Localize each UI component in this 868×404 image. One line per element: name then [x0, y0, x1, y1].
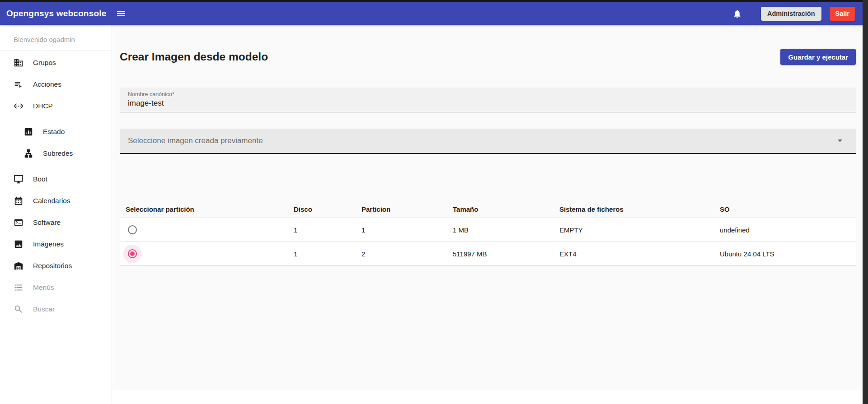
sidebar-item-imagenes[interactable]: Imágenes: [0, 233, 112, 255]
main-content: Crear Imagen desde modelo Guardar y ejec…: [112, 25, 868, 390]
sidebar-item-label: Buscar: [33, 305, 55, 313]
image-select[interactable]: Seleccione imagen creada previamente: [120, 129, 856, 154]
sidebar-item-label: Software: [33, 218, 61, 227]
table-row: 12511997 MBEXT4Ubuntu 24.04 LTS: [120, 242, 856, 266]
bar-chart-icon: [23, 127, 33, 137]
notifications-bell-icon[interactable]: [732, 9, 742, 19]
playlist-icon: [14, 79, 23, 89]
sidebar-item-calendarios[interactable]: Calendarios: [0, 190, 112, 212]
hamburger-menu-icon[interactable]: [116, 8, 127, 19]
sidebar-item-dhcp[interactable]: DHCP: [0, 95, 112, 117]
save-and-run-button[interactable]: Guardar y ejecutar: [780, 49, 856, 65]
sidebar-item-label: DHCP: [33, 102, 53, 110]
cell-particion: 2: [356, 250, 447, 258]
cell-disco: 1: [288, 250, 356, 258]
cell-so: Ubuntu 24.04 LTS: [714, 250, 856, 258]
sidebar-item-label: Calendarios: [33, 197, 70, 205]
sidebar-item-subredes[interactable]: Subredes: [0, 143, 112, 164]
sidebar-item-label: Acciones: [33, 80, 61, 88]
partition-radio-selected[interactable]: [128, 249, 137, 258]
image-icon: [14, 239, 23, 249]
ethernet-icon: [14, 101, 23, 111]
sidebar-item-label: Menús: [33, 283, 54, 292]
sidebar-item-menus[interactable]: Menús: [0, 277, 112, 298]
network-tree-icon: [23, 149, 33, 158]
logout-button[interactable]: Salir: [830, 7, 855, 21]
table-row: 111 MBEMPTYundefined: [120, 218, 856, 242]
radio-halo: [123, 221, 141, 239]
canonical-name-field[interactable]: Nombre canónico*: [120, 88, 856, 112]
partition-table-header: Seleccionar partición Disco Particion Ta…: [120, 201, 856, 218]
col-header-sistema-ficheros: Sistema de ficheros: [554, 205, 714, 213]
sidebar-item-label: Repositorios: [33, 262, 72, 270]
topbar-left: Opengnsys webconsole: [6, 8, 127, 19]
window-top-edge: [0, 0, 868, 2]
sidebar: Bienvenido ogadmin GruposAccionesDHCPEst…: [0, 25, 112, 404]
sidebar-item-label: Estado: [43, 128, 65, 136]
cell-so: undefined: [714, 226, 856, 234]
cell-sistema-ficheros: EXT4: [554, 250, 714, 258]
sidebar-item-label: Grupos: [33, 59, 56, 67]
partition-select-cell: [120, 245, 288, 263]
topbar: Opengnsys webconsole Administración Sali…: [0, 2, 868, 25]
sidebar-item-label: Subredes: [43, 149, 73, 158]
page-title: Crear Imagen desde modelo: [120, 51, 268, 63]
sidebar-item-acciones[interactable]: Acciones: [0, 74, 112, 95]
cell-sistema-ficheros: EMPTY: [554, 226, 714, 234]
col-header-so: SO: [714, 205, 856, 213]
partition-table-body: 111 MBEMPTYundefined12511997 MBEXT4Ubunt…: [120, 218, 856, 266]
col-header-seleccionar-particion: Seleccionar partición: [120, 205, 288, 213]
partition-table: Seleccionar partición Disco Particion Ta…: [120, 201, 856, 266]
terminal-icon: [14, 218, 23, 228]
sidebar-item-repositorios[interactable]: Repositorios: [0, 255, 112, 277]
sidebar-item-boot[interactable]: Boot: [0, 168, 112, 190]
sidebar-item-estado[interactable]: Estado: [0, 121, 112, 143]
monitor-icon: [14, 174, 23, 184]
sidebar-item-label: Boot: [33, 175, 47, 183]
cell-particion: 1: [356, 226, 447, 234]
canonical-name-label: Nombre canónico*: [128, 91, 848, 98]
calendar-icon: [14, 196, 23, 206]
cell-tamano: 511997 MB: [447, 250, 554, 258]
page-header-row: Crear Imagen desde modelo Guardar y ejec…: [120, 49, 856, 65]
image-select-placeholder: Seleccione imagen creada previamente: [128, 136, 263, 145]
canonical-name-input[interactable]: [128, 99, 848, 108]
buildings-icon: [14, 58, 23, 68]
sidebar-item-label: Imágenes: [33, 240, 64, 248]
sidebar-item-grupos[interactable]: Grupos: [0, 52, 112, 74]
chevron-down-icon: [838, 139, 842, 142]
app-window: Opengnsys webconsole Administración Sali…: [0, 0, 868, 404]
radio-halo: [123, 245, 141, 263]
partition-radio-unselected[interactable]: [128, 225, 137, 234]
topbar-right: Administración Salir: [732, 7, 855, 21]
admin-button[interactable]: Administración: [761, 7, 821, 21]
cell-disco: 1: [288, 226, 356, 234]
partition-select-cell: [120, 221, 288, 239]
sidebar-item-software[interactable]: Software: [0, 212, 112, 233]
warehouse-icon: [14, 261, 23, 271]
sidebar-item-buscar[interactable]: Buscar: [0, 298, 112, 320]
cell-tamano: 1 MB: [447, 226, 554, 234]
col-header-disco: Disco: [288, 205, 356, 213]
list-icon: [14, 283, 23, 293]
window-scrollbar[interactable]: [863, 0, 868, 404]
welcome-text: Bienvenido ogadmin: [0, 25, 112, 51]
col-header-tamano: Tamaño: [447, 205, 554, 213]
sidebar-nav: GruposAccionesDHCPEstadoSubredesBootCale…: [0, 51, 112, 320]
app-title: Opengnsys webconsole: [6, 9, 107, 19]
col-header-particion: Particion: [356, 205, 447, 213]
search-icon: [14, 304, 23, 314]
